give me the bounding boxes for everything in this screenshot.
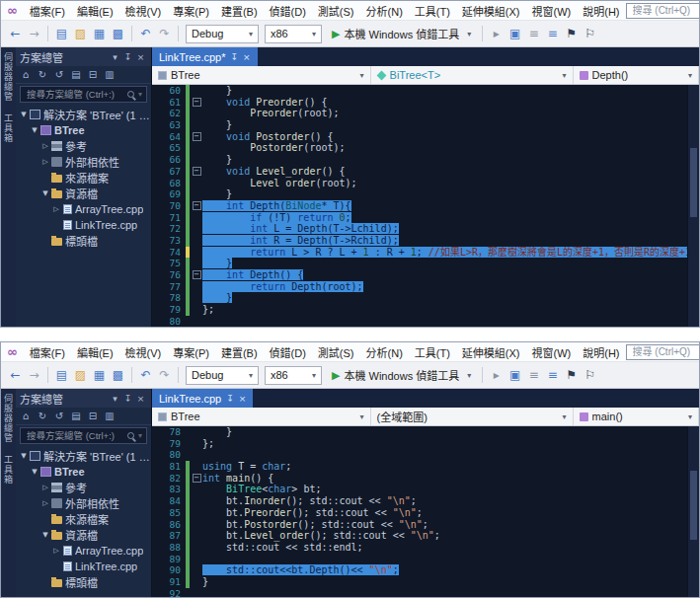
search-input[interactable] [631,4,700,17]
code-line[interactable]: 68 Level_order(root); [152,178,699,189]
back-icon[interactable]: ← [7,26,24,42]
properties-icon[interactable]: ▥ [102,411,117,421]
code-line[interactable]: 67− void Level_order() { [152,166,699,178]
new-file-icon[interactable]: ▤ [53,26,70,42]
menu-item[interactable]: 建置(B) [215,342,264,362]
menu-item[interactable]: 檔案(F) [24,1,71,21]
back-icon[interactable]: ← [7,367,24,384]
fold-toggle[interactable]: − [193,270,201,279]
save-icon[interactable]: ▦ [91,26,108,42]
bookmark-list-icon[interactable]: ⚐ [582,367,598,384]
tree-item[interactable]: 來源檔案 [16,170,151,186]
menu-item[interactable]: 偵錯(D) [264,342,312,362]
close-icon[interactable]: × [134,394,147,404]
vs-window[interactable]: ∞檔案(F)編輯(E)檢視(V)專案(P)建置(B)偵錯(D)測試(S)分析(N… [0,0,700,328]
solution-search-input[interactable] [25,429,124,442]
code-line[interactable]: 90 std::cout<<bt.Depth()<< "\n"; [152,564,699,576]
code-line[interactable]: 74 return L > R ? L + 1 : R + 1; //如果L>R… [152,247,699,259]
menu-item[interactable]: 延伸模組(X) [456,1,526,21]
chevron-collapsed-icon[interactable]: ▷ [40,142,50,150]
menu-item[interactable]: 工具(T) [409,342,456,362]
scrollbar-thumb[interactable] [690,148,697,217]
solution-search-input[interactable] [25,88,124,101]
chevron-expanded-icon[interactable]: ▼ [40,189,50,197]
tree-item[interactable]: LinkTree.cpp [16,559,151,574]
vertical-scrollbar[interactable] [687,85,699,327]
save-all-icon[interactable]: ▩ [110,26,126,42]
tree-item[interactable]: 標頭檔 [16,574,151,590]
nav-combo[interactable]: main()▾ [574,408,699,425]
close-icon[interactable]: × [243,52,251,62]
code-line[interactable]: 63 } [152,119,699,131]
bookmark-list-icon[interactable]: ⚐ [582,26,598,42]
pin-icon[interactable]: ↧ [121,52,134,62]
tree-item[interactable]: ▼BTree [16,464,151,480]
sync-selection-icon[interactable]: ↻ [35,411,50,421]
sync-selection-icon[interactable]: ↻ [35,69,50,80]
chevron-collapsed-icon[interactable]: ▷ [40,158,50,166]
document-tab[interactable]: LinkTree.cpp*↧× [152,47,258,66]
fold-toggle[interactable]: − [193,132,201,141]
attach-icon[interactable]: ▸ [488,367,505,384]
code-line[interactable]: 77 return Depth(root); [152,281,699,293]
scrollbar-thumb[interactable] [690,471,697,540]
undo-icon[interactable]: ↶ [137,367,154,384]
tree-item[interactable]: ▷參考 [16,480,151,495]
open-file-icon[interactable]: ▨ [72,367,89,384]
close-icon[interactable]: × [239,394,247,404]
code-line[interactable]: 60 } [152,85,699,97]
code-line[interactable]: 89 [152,554,699,565]
menu-item[interactable]: 測試(S) [312,1,360,21]
bookmark-icon[interactable]: ⚑ [563,367,580,384]
menu-item[interactable]: 檢視(V) [119,342,168,362]
menu-item[interactable]: 偵錯(D) [264,1,312,21]
profiler-icon[interactable]: ▣ [506,367,523,384]
start-debug-button[interactable]: ▶本機 Windows 偵錯工具▾ [326,365,477,386]
comment-icon[interactable]: ≡ [544,26,561,42]
tree-item[interactable]: ▼解決方案 'BTree' (1 個專案,共 [16,448,151,464]
tree-item[interactable]: ▷ArrayTree.cpp [16,201,151,217]
menu-item[interactable]: 視窗(W) [526,342,578,362]
open-file-icon[interactable]: ▨ [72,26,89,42]
tree-item[interactable]: ▷外部相依性 [16,495,151,511]
bookmark-icon[interactable]: ⚑ [563,26,580,42]
menu-item[interactable]: 檔案(F) [24,342,71,362]
tree-item[interactable]: ▼資源檔 [16,186,151,201]
menu-item[interactable]: 編輯(E) [71,1,119,21]
tree-item[interactable]: LinkTree.cpp [16,217,151,233]
code-line[interactable]: 65 Postorder(root); [152,142,699,154]
search-input[interactable] [631,345,700,358]
code-line[interactable]: 72 int L = Depth(T->Lchild); [152,223,699,235]
collapse-all-icon[interactable]: ⊟ [85,69,101,80]
tree-item[interactable]: ▷ArrayTree.cpp [16,543,151,559]
chevron-collapsed-icon[interactable]: ▷ [51,205,61,213]
side-tab[interactable]: 伺服器總管 [2,394,15,443]
redo-icon[interactable]: ↷ [156,367,173,384]
chevron-down-icon[interactable]: ▾ [109,52,121,62]
solution-search[interactable]: ▾ [20,86,147,103]
code-line[interactable]: 83 BiTree<char> bt; [152,484,699,495]
forward-icon[interactable]: → [26,26,42,42]
code-line[interactable]: 64− void Postorder() { [152,131,699,143]
chevron-collapsed-icon[interactable]: ▷ [40,499,50,507]
save-all-icon[interactable]: ▩ [110,367,126,384]
refresh-icon[interactable]: ↺ [51,411,67,421]
code-line[interactable]: 66 } [152,154,699,166]
new-file-icon[interactable]: ▤ [53,367,70,384]
code-line[interactable]: 79}; [152,304,699,316]
code-line[interactable]: 69 } [152,188,699,200]
menu-item[interactable]: 視窗(W) [526,1,578,21]
platform-combo[interactable]: x86▾ [265,366,322,385]
show-all-files-icon[interactable]: ▤ [68,411,84,421]
redo-icon[interactable]: ↷ [156,26,173,42]
chevron-expanded-icon[interactable]: ▼ [19,111,29,118]
code-line[interactable]: 78 } [152,292,699,304]
tree-item[interactable]: ▼資源檔 [16,527,151,543]
solution-search[interactable]: ▾ [20,427,147,444]
chevron-down-icon[interactable]: ▾ [109,394,121,404]
menu-item[interactable]: 延伸模組(X) [456,342,526,362]
side-tab[interactable]: 工具箱 [2,113,15,143]
menu-item[interactable]: 專案(P) [167,1,215,21]
code-line[interactable]: 80 [152,449,699,461]
start-debug-button[interactable]: ▶本機 Windows 偵錯工具▾ [326,24,477,44]
